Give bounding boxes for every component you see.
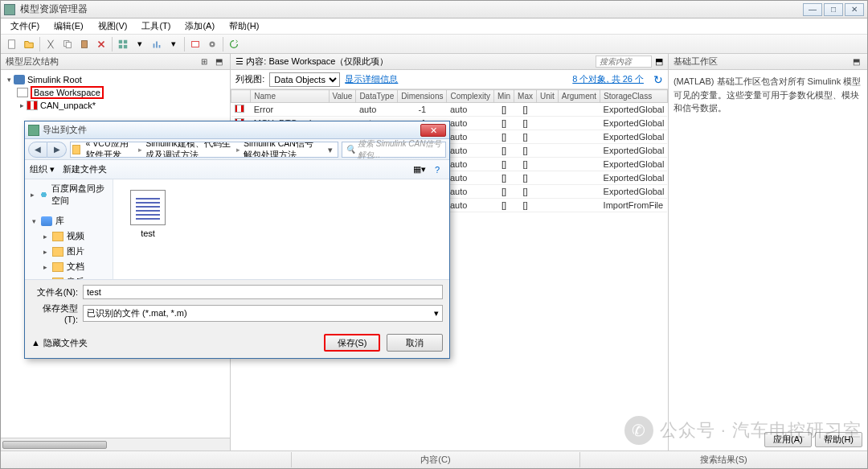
toolbar: ▾ ▾ (1, 35, 867, 54)
folder-icon (72, 145, 80, 154)
svg-rect-4 (119, 39, 122, 43)
refresh-icon[interactable] (226, 36, 242, 52)
crumb-2[interactable]: Simulink CAN信号解包处理方法 (240, 142, 325, 158)
filetype-select[interactable]: 已识别的文件 (*.mat, *.m)▾ (83, 305, 443, 322)
svg-rect-6 (119, 44, 122, 47)
chart-icon[interactable] (149, 36, 165, 52)
mid-panel-title: 内容: Base Workspace（仅限此项） (246, 56, 388, 68)
grid-icon[interactable] (115, 36, 131, 52)
tree-root[interactable]: ▾ Simulink Root (2, 73, 228, 86)
filename-input[interactable] (83, 285, 443, 299)
dialog-icon (28, 125, 39, 136)
breadcrumb[interactable]: « VCU应用软件开发▸ Simulink建模、代码生成及调试方法▸ Simul… (70, 142, 338, 158)
list-icon[interactable]: ▾ (132, 36, 148, 52)
svg-point-10 (211, 43, 214, 45)
hide-folders-toggle[interactable]: ▲隐藏文件夹 (31, 337, 88, 349)
maximize-button[interactable]: □ (824, 3, 843, 16)
folder-icon (52, 232, 63, 241)
column-view-label: 列视图: (235, 73, 264, 85)
signal-icon (235, 105, 244, 113)
save-button[interactable]: 保存(S) (324, 334, 380, 352)
left-panel-title: 模型层次结构 (6, 56, 59, 68)
apply-button[interactable]: 应用(A) (764, 432, 812, 447)
breadcrumb-dropdown-icon[interactable]: ▾ (325, 145, 336, 154)
cut-icon[interactable] (43, 36, 59, 52)
sidebar-item-videos[interactable]: ▸视频 (27, 228, 111, 244)
svg-rect-3 (82, 40, 88, 47)
menubar: 文件(F) 编辑(E) 视图(V) 工具(T) 添加(A) 帮助(H) (1, 19, 867, 35)
dialog-close-button[interactable]: ✕ (420, 124, 446, 137)
status-content-tab[interactable]: 内容(C) (291, 452, 579, 467)
right-panel-body: (MATLAB) 基础工作区包含对所有 Simulink 模型可见的变量。这些变… (669, 70, 867, 429)
delete-icon[interactable] (93, 36, 109, 52)
show-details-link[interactable]: 显示详细信息 (345, 73, 398, 85)
minimize-button[interactable]: — (803, 3, 822, 16)
mid-panel-header: ☰ 内容: Base Workspace（仅限此项） ⬒ (231, 54, 668, 70)
object-count-link[interactable]: 8 个对象, 共 26 个 (572, 73, 644, 85)
gear-icon[interactable] (204, 36, 220, 52)
dialog-toolbar: 组织 ▾ 新建文件夹 ▦▾ ? (25, 160, 449, 179)
folder-icon (52, 247, 63, 257)
expand-icon[interactable]: ▸ (17, 101, 27, 110)
dropdown-icon[interactable]: ▾ (166, 36, 182, 52)
window-title: 模型资源管理器 (20, 2, 803, 16)
menu-tools[interactable]: 工具(T) (135, 19, 177, 34)
svg-rect-7 (124, 44, 127, 47)
cloud-icon (39, 190, 48, 200)
tree-can-unpack-label: CAN_unpack* (40, 101, 96, 110)
dialog-search-input[interactable]: 🔍搜索 Simulink CAN信号解包... (342, 142, 446, 158)
tree-base-workspace[interactable]: Base Workspace (2, 86, 228, 99)
block-icon[interactable] (187, 36, 203, 52)
menu-view[interactable]: 视图(V) (92, 19, 134, 34)
new-folder-button[interactable]: 新建文件夹 (63, 163, 107, 175)
sidebar-group-library[interactable]: ▾库 (27, 213, 111, 228)
left-scrollbar[interactable] (1, 438, 230, 450)
right-panel-title: 基础工作区 (674, 56, 718, 68)
status-search-tab[interactable]: 搜索结果(S) (579, 452, 867, 467)
file-item-test[interactable]: test (120, 186, 176, 242)
tree-can-unpack[interactable]: ▸ CAN_unpack* (2, 99, 228, 112)
crumb-1[interactable]: Simulink建模、代码生成及调试方法 (142, 142, 236, 158)
menu-edit[interactable]: 编辑(E) (47, 19, 90, 34)
panel-float-icon[interactable]: ⬒ (655, 56, 663, 67)
crumb-0[interactable]: « VCU应用软件开发 (83, 142, 139, 158)
sidebar-item-baidu-cloud[interactable]: ▸百度网盘同步空间 (27, 181, 111, 208)
nav-back-button[interactable]: ◀ (28, 142, 47, 158)
table-row[interactable]: Errorauto-1 auto[][] ExportedGlobal (231, 103, 668, 117)
help-icon[interactable]: ? (430, 163, 444, 176)
details-panel: 基础工作区 ⬒ (MATLAB) 基础工作区包含对所有 Simulink 模型可… (669, 54, 867, 450)
dialog-file-area[interactable]: test (113, 179, 449, 279)
panel-float-icon[interactable]: ⬒ (212, 56, 225, 68)
view-mode-icon[interactable]: ▦▾ (412, 163, 427, 176)
new-icon[interactable] (4, 36, 20, 52)
tree-base-workspace-label: Base Workspace (31, 86, 104, 99)
copy-icon[interactable] (59, 36, 76, 52)
filter-input[interactable] (596, 56, 652, 68)
organize-button[interactable]: 组织 ▾ (30, 163, 55, 175)
simulink-root-icon (14, 75, 25, 84)
column-view-row: 列视图: Data Objects 显示详细信息 8 个对象, 共 26 个 ↻ (231, 70, 668, 89)
menu-add[interactable]: 添加(A) (178, 19, 221, 34)
svg-rect-2 (66, 42, 71, 47)
svg-rect-8 (192, 41, 199, 47)
panel-expand-icon[interactable]: ⊞ (198, 56, 211, 68)
refresh-count-icon[interactable]: ↻ (653, 73, 663, 86)
menu-help[interactable]: 帮助(H) (223, 19, 265, 34)
open-icon[interactable] (21, 36, 37, 52)
cancel-button[interactable]: 取消 (387, 334, 443, 352)
left-panel-header: 模型层次结构 ⊞ ⬒ (1, 54, 230, 70)
help-button[interactable]: 帮助(H) (815, 432, 862, 447)
menu-file[interactable]: 文件(F) (4, 19, 46, 34)
paste-icon[interactable] (76, 36, 92, 52)
dialog-titlebar: 导出到文件 ✕ (25, 121, 449, 139)
column-view-select[interactable]: Data Objects (269, 72, 340, 87)
panel-float-icon[interactable]: ⬒ (850, 56, 862, 68)
close-button[interactable]: ✕ (845, 3, 864, 16)
folder-icon (52, 262, 63, 272)
nav-forward-button[interactable]: ▶ (47, 142, 67, 158)
expand-icon[interactable]: ▾ (4, 75, 14, 84)
file-item-label: test (124, 228, 172, 238)
sidebar-item-documents[interactable]: ▸文档 (27, 259, 111, 274)
sidebar-item-pictures[interactable]: ▸图片 (27, 244, 111, 259)
library-icon (41, 216, 52, 226)
